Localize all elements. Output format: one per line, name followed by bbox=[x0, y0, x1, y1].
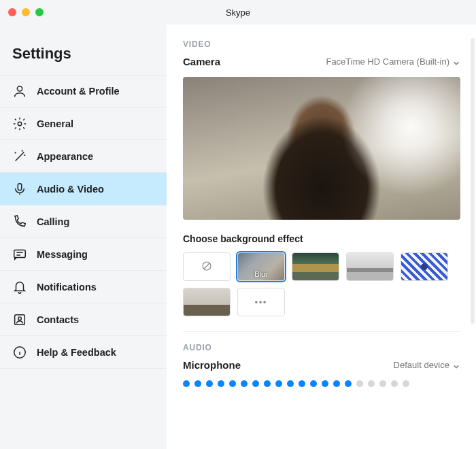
level-dot bbox=[194, 380, 201, 387]
wand-icon bbox=[12, 149, 27, 164]
video-section-label: VIDEO bbox=[183, 39, 460, 49]
svg-rect-2 bbox=[18, 183, 22, 190]
level-dot bbox=[368, 380, 375, 387]
main-panel: VIDEO Camera FaceTime HD Camera (Built-i… bbox=[167, 24, 476, 449]
sidebar-item-label: Calling bbox=[37, 216, 69, 227]
level-dot bbox=[356, 380, 363, 387]
person-icon bbox=[12, 84, 27, 99]
microphone-value: Default device bbox=[394, 360, 449, 370]
more-icon: ••• bbox=[255, 297, 268, 307]
titlebar: Skype bbox=[0, 0, 476, 24]
sidebar-item-label: General bbox=[37, 118, 73, 129]
level-dot bbox=[264, 380, 271, 387]
bg-blur-tile[interactable]: Blur bbox=[237, 252, 285, 281]
bg-image-tile-3[interactable] bbox=[401, 252, 448, 281]
microphone-level-meter bbox=[183, 380, 460, 397]
svg-point-0 bbox=[17, 86, 22, 91]
mic-icon bbox=[12, 182, 27, 197]
audio-section-label: AUDIO bbox=[183, 343, 460, 352]
level-dot bbox=[322, 380, 328, 387]
background-effect-heading: Choose background effect bbox=[183, 233, 460, 244]
level-dot bbox=[379, 380, 386, 387]
sidebar-item-contacts[interactable]: Contacts bbox=[0, 303, 167, 336]
sidebar-item-messaging[interactable]: Messaging bbox=[0, 238, 167, 271]
minimize-window-button[interactable] bbox=[22, 8, 30, 16]
window-controls bbox=[8, 0, 44, 24]
sidebar-item-notifications[interactable]: Notifications bbox=[0, 271, 167, 303]
level-dot bbox=[391, 380, 398, 387]
level-dot bbox=[299, 380, 305, 387]
camera-selector[interactable]: FaceTime HD Camera (Built-in) bbox=[326, 56, 460, 67]
bg-image-tile-2[interactable] bbox=[346, 252, 394, 281]
level-dot bbox=[229, 380, 236, 387]
svg-point-5 bbox=[18, 316, 22, 320]
sidebar-item-label: Contacts bbox=[37, 314, 79, 325]
sidebar-item-label: Account & Profile bbox=[37, 86, 120, 97]
contacts-icon bbox=[12, 312, 27, 327]
bg-image-tile-1[interactable] bbox=[292, 252, 339, 281]
microphone-selector[interactable]: Default device bbox=[394, 360, 460, 370]
level-dot bbox=[345, 380, 352, 387]
window-title: Skype bbox=[226, 7, 250, 18]
sidebar-item-label: Help & Feedback bbox=[37, 347, 116, 358]
level-dot bbox=[206, 380, 213, 387]
sidebar-item-audio-video[interactable]: Audio & Video bbox=[0, 173, 167, 205]
sidebar-item-label: Audio & Video bbox=[37, 184, 104, 195]
section-divider bbox=[183, 331, 460, 332]
scrollbar[interactable] bbox=[471, 38, 475, 324]
level-dot bbox=[241, 380, 248, 387]
bg-more-tile[interactable]: ••• bbox=[237, 288, 285, 316]
level-dot bbox=[287, 380, 294, 387]
settings-heading: Settings bbox=[0, 45, 167, 75]
maximize-window-button[interactable] bbox=[35, 8, 44, 16]
level-dot bbox=[252, 380, 259, 387]
level-dot bbox=[403, 380, 409, 387]
camera-preview bbox=[183, 77, 460, 220]
background-effect-grid: Blur ••• bbox=[183, 252, 460, 316]
bg-none-tile[interactable] bbox=[183, 252, 231, 281]
level-dot bbox=[218, 380, 224, 387]
camera-value: FaceTime HD Camera (Built-in) bbox=[326, 56, 449, 67]
none-icon bbox=[201, 260, 213, 274]
svg-rect-3 bbox=[14, 250, 26, 257]
settings-sidebar: Settings Account & Profile General Appea… bbox=[0, 24, 167, 449]
bell-icon bbox=[12, 280, 27, 295]
level-dot bbox=[310, 380, 317, 387]
phone-icon bbox=[12, 214, 27, 229]
sidebar-item-label: Appearance bbox=[37, 151, 93, 162]
sidebar-item-label: Notifications bbox=[37, 282, 97, 293]
level-dot bbox=[183, 380, 190, 387]
level-dot bbox=[333, 380, 340, 387]
close-window-button[interactable] bbox=[8, 8, 16, 16]
bg-blur-label: Blur bbox=[238, 270, 284, 278]
svg-point-1 bbox=[18, 122, 22, 126]
sidebar-item-label: Messaging bbox=[37, 249, 88, 260]
chevron-down-icon bbox=[453, 362, 460, 369]
bg-image-tile-4[interactable] bbox=[183, 288, 231, 316]
chat-icon bbox=[12, 247, 27, 262]
chevron-down-icon bbox=[453, 59, 460, 65]
gear-icon bbox=[12, 116, 27, 131]
camera-title: Camera bbox=[183, 56, 220, 67]
microphone-title: Microphone bbox=[183, 359, 241, 371]
sidebar-item-general[interactable]: General bbox=[0, 107, 167, 140]
sidebar-item-calling[interactable]: Calling bbox=[0, 205, 167, 238]
sidebar-item-account[interactable]: Account & Profile bbox=[0, 75, 167, 107]
level-dot bbox=[275, 380, 282, 387]
sidebar-item-appearance[interactable]: Appearance bbox=[0, 140, 167, 173]
sidebar-item-help[interactable]: Help & Feedback bbox=[0, 336, 167, 369]
info-icon bbox=[12, 345, 27, 360]
